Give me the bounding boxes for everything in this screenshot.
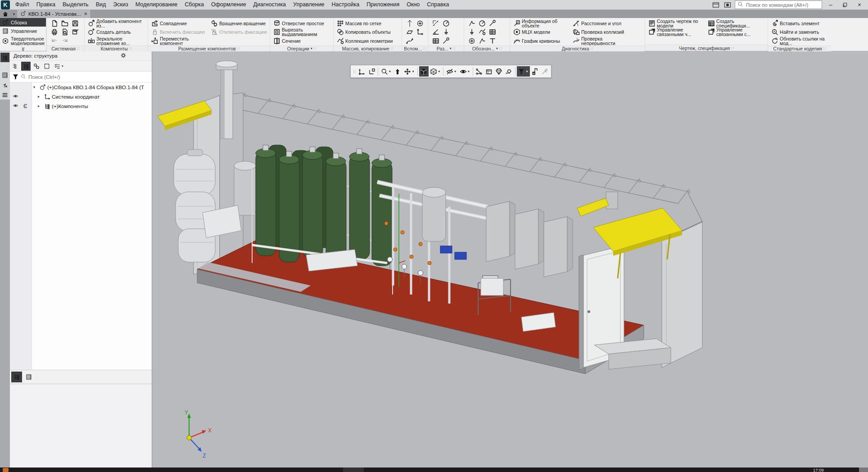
show-objects-dropdown-icon[interactable]: ▾: [467, 69, 470, 73]
create-coordinate-system-button[interactable]: [367, 66, 376, 77]
components-node[interactable]: Є▸(+)Компоненты: [10, 101, 152, 111]
roughness-symbol-button[interactable]: [467, 19, 476, 28]
add-component-from-file-button[interactable]: Добавить компонент из...: [87, 19, 145, 28]
datum-dimension-button[interactable]: [442, 28, 450, 37]
zoom-tool-dropdown-icon[interactable]: ▾: [388, 69, 392, 73]
menu-item-7[interactable]: Оформление: [208, 0, 250, 9]
local-coordinate-system-button[interactable]: [416, 28, 424, 37]
menu-item-1[interactable]: Правка: [33, 0, 59, 9]
visibility-eye-icon[interactable]: [13, 103, 18, 109]
taskbar-app-icon[interactable]: [3, 468, 9, 472]
parameters-tab[interactable]: [23, 372, 34, 382]
zoom-tool-button[interactable]: ▾: [380, 66, 393, 77]
datum-symbol-button[interactable]: [467, 28, 476, 37]
save-as-button[interactable]: [71, 28, 79, 37]
structure-tree-view-button[interactable]: [21, 62, 31, 71]
interface-layout-icon[interactable]: [711, 1, 720, 9]
hide-objects-dropdown-icon[interactable]: ▾: [453, 69, 457, 73]
display-mode-dropdown-icon[interactable]: ▾: [438, 69, 441, 73]
command-search-input[interactable]: [745, 2, 819, 8]
grid-array-button[interactable]: Массив по сетке: [336, 19, 393, 28]
new-document-button[interactable]: [50, 19, 59, 28]
rotation-rotation-mate-button[interactable]: Вращение-вращение: [210, 19, 267, 28]
insert-element-button[interactable]: Вставить элемент: [770, 19, 829, 28]
3d-viewport[interactable]: Y X Z ▾▾▾▾▾▾: [152, 51, 868, 467]
skid-base-floor[interactable]: [197, 241, 644, 374]
shaded-display-mode-button[interactable]: [419, 66, 429, 77]
angular-dimension-button[interactable]: [431, 28, 440, 37]
group-caption[interactable]: Стандартные изделия∷: [768, 45, 831, 51]
floor-box[interactable]: [481, 278, 503, 295]
close-button[interactable]: ×: [854, 1, 865, 9]
copy-objects-button[interactable]: Копировать объекты: [336, 28, 393, 37]
tangent-faces-button[interactable]: [504, 66, 514, 77]
group-caption[interactable]: Раз...▾∷: [428, 45, 464, 51]
clip-box-button[interactable]: [484, 66, 494, 77]
menu-item-10[interactable]: Настройка: [328, 0, 363, 9]
text-annotation-button[interactable]: [488, 36, 497, 45]
find-and-replace-button[interactable]: Найти и заменить: [770, 28, 829, 37]
object-information-button[interactable]: Информация об объекте: [512, 19, 571, 28]
group-caption[interactable]: Размещение компонентов∷: [148, 45, 270, 51]
create-part-button[interactable]: Создать деталь: [87, 28, 145, 37]
center-mark-button[interactable]: [467, 36, 476, 45]
maximize-button[interactable]: [839, 1, 851, 9]
show-coordinate-systems-button[interactable]: [357, 66, 366, 77]
expander-icon[interactable]: ▸: [38, 104, 42, 108]
manage-linked-specifications-button[interactable]: Управление связанными с...: [707, 28, 765, 37]
3d-model-assembly[interactable]: Y X Z: [152, 51, 868, 467]
electrical-cabinets[interactable]: [486, 201, 573, 277]
tolerance-frame-button[interactable]: [488, 28, 497, 37]
view-orientation-button[interactable]: [393, 66, 402, 77]
tree-display-options-button[interactable]: [52, 62, 62, 71]
parameters-panel-toggle-button[interactable]: [0, 70, 9, 80]
linear-dimension-button[interactable]: [431, 19, 440, 28]
solid-modeling-mode-button[interactable]: Твердотельное моделирование: [0, 35, 46, 47]
menu-item-6[interactable]: Сборка: [181, 0, 208, 9]
group-caption[interactable]: Чертеж, спецификация∷: [645, 45, 768, 51]
collapse-ribbon-button[interactable]: ≫: [0, 47, 46, 51]
display-mode-button[interactable]: ▾: [429, 66, 442, 77]
group-caption[interactable]: Компоненты∷: [85, 45, 148, 51]
distance-and-angle-button[interactable]: Расстояние и угол: [572, 19, 630, 28]
gear-icon[interactable]: [120, 52, 127, 59]
simple-hole-button[interactable]: Отверстие простое: [272, 19, 331, 28]
construction-points-button[interactable]: [416, 19, 424, 28]
leader-line-button[interactable]: [488, 19, 497, 28]
menu-item-4[interactable]: Эскиз: [109, 0, 131, 9]
object-filter-dropdown-icon[interactable]: ▾: [525, 69, 529, 73]
group-caption[interactable]: Обознач...▾∷: [464, 45, 510, 51]
measure-points-button[interactable]: [475, 66, 484, 77]
taskbar-button[interactable]: [343, 467, 364, 472]
menu-item-9[interactable]: Управление: [289, 0, 328, 9]
object-filter-button[interactable]: ▾: [517, 66, 530, 77]
taskbar-tray[interactable]: [859, 467, 868, 472]
assembly-mode-button[interactable]: Сборка: [0, 18, 46, 27]
group-caption[interactable]: Операции▾∷: [270, 45, 333, 51]
taskbar[interactable]: 17:09: [0, 467, 868, 472]
menu-item-5[interactable]: Моделирование: [132, 0, 181, 9]
management-mode-button[interactable]: Управление: [0, 27, 46, 35]
section-operation-button[interactable]: Сечение: [272, 36, 331, 45]
toolbar-drag-handle-icon[interactable]: [352, 66, 357, 77]
area-selection-button[interactable]: [42, 62, 51, 71]
relations-view-button[interactable]: [32, 62, 41, 71]
tab-list-dropdown-icon[interactable]: ▾: [11, 10, 17, 18]
geometry-collection-button[interactable]: Коллекция геометрии: [336, 36, 393, 45]
show-objects-button[interactable]: ▾: [458, 66, 471, 77]
group-caption[interactable]: Системная∷: [47, 45, 84, 51]
menu-item-8[interactable]: Диагностика: [250, 0, 289, 9]
degasser-tank[interactable]: [422, 187, 446, 241]
dimension-table-button[interactable]: [431, 36, 440, 45]
screen-presentation-icon[interactable]: [723, 1, 732, 9]
leader-dimension-button[interactable]: [442, 36, 450, 45]
save-button[interactable]: [71, 19, 79, 28]
tree-panel-toggle-button[interactable]: [0, 53, 9, 62]
group-caption[interactable]: Массив, копирование∷: [334, 45, 402, 51]
roof-beam[interactable]: [688, 193, 702, 222]
construction-plane-button[interactable]: [405, 28, 414, 37]
appearance-materials-button[interactable]: [494, 66, 504, 77]
menu-item-12[interactable]: Окно: [403, 0, 423, 9]
wall-panel[interactable]: [606, 192, 618, 209]
coincidence-mate-button[interactable]: Совпадение: [150, 19, 209, 28]
